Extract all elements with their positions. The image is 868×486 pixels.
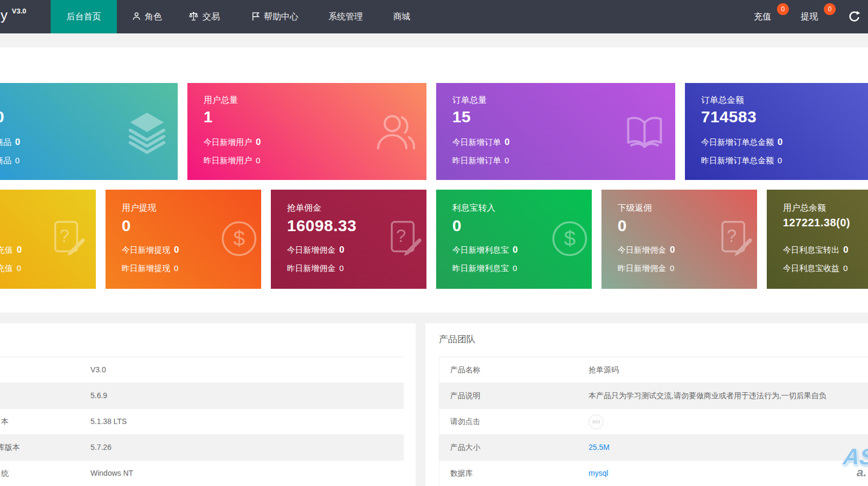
card-line1-label: 今日新增订单 bbox=[452, 137, 501, 147]
card-line1-value: 0 bbox=[513, 245, 517, 255]
nav-item-label: 角色 bbox=[145, 12, 162, 21]
404-badge[interactable]: 404 bbox=[589, 414, 604, 429]
card-value: 714583 bbox=[701, 108, 757, 126]
card-line1-label: 今日新增佣金 bbox=[287, 245, 335, 254]
svg-text:$: $ bbox=[564, 227, 576, 250]
card-line2-value: 0 bbox=[843, 263, 848, 273]
card-value: 127221.38(0) bbox=[783, 217, 850, 229]
card-title: 利息宝转入 bbox=[452, 203, 495, 214]
table-row: 产品说明 本产品只为学习测试交流,请勿要做商业或者用于违法行为,一切后果自负 bbox=[439, 383, 868, 409]
nav-item-system[interactable]: 系统管理 bbox=[328, 0, 363, 33]
card-title: 订单总金额 bbox=[701, 95, 744, 106]
card-line1-label: 商品 bbox=[0, 137, 11, 147]
scale-icon bbox=[188, 11, 199, 21]
layers-icon bbox=[125, 110, 169, 154]
row-value: 5.6.9 bbox=[90, 383, 107, 408]
svg-text:?: ? bbox=[727, 226, 737, 246]
card-line2-label: 商品 bbox=[0, 156, 11, 165]
table-row: 5.6.9 bbox=[0, 383, 404, 409]
database-link[interactable]: mysql bbox=[589, 461, 608, 486]
logo-version: V3.0 bbox=[12, 7, 26, 15]
card-line1-label: 今日新增提现 bbox=[122, 245, 170, 254]
nav-item-trade[interactable]: 交易 bbox=[188, 0, 220, 33]
table-row: V3.0 bbox=[0, 357, 404, 383]
row-label: 本 bbox=[1, 409, 9, 434]
table-row: 请勿点击 404 bbox=[439, 409, 868, 435]
card-value: 16098.33 bbox=[287, 217, 356, 235]
card-line2-label: 昨日新增提现 bbox=[122, 263, 170, 273]
card-title: 用户总量 bbox=[204, 95, 238, 106]
nav-item-roles[interactable]: 角色 bbox=[132, 0, 162, 33]
card-value: 0 bbox=[0, 108, 4, 126]
recharge-badge[interactable]: 0 bbox=[777, 3, 789, 15]
dollar-circle-icon: $ bbox=[218, 218, 260, 260]
system-info-panel: V3.0 5.6.9 本 5.1.38 LTS 库版本 5.7.26 统 Win… bbox=[0, 323, 416, 486]
card-title: 订单总量 bbox=[452, 95, 487, 106]
card-line2-label: 今日利息宝收益 bbox=[783, 263, 839, 273]
card-title: 用户提现 bbox=[122, 203, 156, 214]
row-label: 统 bbox=[1, 461, 9, 486]
watermark-subtext: a. bbox=[857, 466, 866, 480]
card-line1-value: 0 bbox=[670, 245, 675, 255]
nav-item-help-center[interactable]: 帮助中心 bbox=[251, 0, 298, 33]
card-line2-label: 充值 bbox=[0, 263, 13, 273]
stat-card-total-balance: 用户总余额 127221.38(0) 今日利息宝转出0 今日利息宝收益0 bbox=[767, 190, 868, 289]
book-icon bbox=[622, 110, 667, 154]
doc-question-icon: ? bbox=[47, 218, 89, 260]
card-line1-value: 0 bbox=[17, 245, 22, 255]
nav-item-label: 交易 bbox=[202, 12, 220, 21]
nav-item-dashboard[interactable]: 后台首页 bbox=[51, 0, 117, 33]
stat-card-orders: 订单总量 15 今日新增订单0 昨日新增订单0 bbox=[436, 83, 675, 180]
card-line1-label: 今日新增佣金 bbox=[618, 245, 666, 254]
withdraw-label: 提现 bbox=[801, 12, 818, 21]
row-value: 本产品只为学习测试交流,请勿要做商业或者用于违法行为,一切后果自负 bbox=[589, 383, 827, 408]
card-line2-label: 昨日新增用户 bbox=[204, 156, 252, 165]
withdraw-badge[interactable]: 0 bbox=[824, 3, 836, 15]
card-line1-label: 今日利息宝转出 bbox=[783, 245, 839, 254]
card-line1-label: 今日新增订单总金额 bbox=[701, 137, 774, 147]
withdraw-button[interactable]: 提现 bbox=[801, 0, 818, 33]
card-title: 抢单佣金 bbox=[287, 203, 321, 214]
card-line1-value: 0 bbox=[339, 245, 344, 255]
stat-card-grab-commission: 抢单佣金 16098.33 今日新增佣金0 昨日新增佣金0 ? bbox=[271, 190, 426, 289]
recharge-button[interactable]: 充值 bbox=[754, 0, 771, 33]
row-label: 库版本 bbox=[0, 435, 20, 460]
logo-text: y bbox=[1, 7, 8, 24]
product-size-link[interactable]: 25.5M bbox=[589, 435, 610, 460]
stat-card-interest-in: 利息宝转入 0 今日新增利息宝0 昨日新增利息宝0 $ bbox=[436, 190, 592, 289]
refresh-icon[interactable] bbox=[848, 10, 861, 23]
card-line1-label: 充值 bbox=[0, 245, 13, 254]
nav-item-label: 商城 bbox=[393, 12, 410, 21]
row-value: V3.0 bbox=[90, 357, 106, 383]
table-row: 库版本 5.7.26 bbox=[0, 435, 404, 461]
row-label: 产品大小 bbox=[450, 435, 480, 460]
card-title: 用户总余额 bbox=[783, 203, 826, 214]
card-line1-value: 0 bbox=[256, 137, 261, 147]
card-value: 0 bbox=[618, 217, 627, 235]
stat-card-users: 用户总量 1 今日新增用户0 昨日新增用户0 bbox=[187, 83, 426, 180]
card-value: 15 bbox=[452, 108, 471, 126]
table-row: 数据库 mysql bbox=[439, 461, 868, 486]
dollar-circle-icon: $ bbox=[549, 218, 591, 260]
card-line1-value: 0 bbox=[505, 137, 509, 147]
card-title: 下级返佣 bbox=[618, 203, 652, 214]
card-line1-value: 0 bbox=[778, 137, 782, 147]
recharge-label: 充值 bbox=[754, 12, 771, 21]
card-line2-value: 0 bbox=[670, 263, 674, 273]
panel-title: 产品团队 bbox=[439, 333, 475, 345]
row-label: 产品名称 bbox=[450, 357, 480, 383]
product-team-panel: 产品团队 产品名称 抢单源码 产品说明 本产品只为学习测试交流,请勿要做商业或者… bbox=[425, 323, 868, 486]
svg-text:?: ? bbox=[396, 226, 406, 246]
card-line1-value: 0 bbox=[15, 137, 20, 147]
stat-card-goods: 0 商品0 商品0 bbox=[0, 83, 178, 180]
card-line2-value: 0 bbox=[17, 263, 21, 273]
stat-card-withdraw: 用户提现 0 今日新增提现0 昨日新增提现0 $ bbox=[106, 190, 261, 289]
card-line2-value: 0 bbox=[513, 263, 517, 273]
doc-question-icon: ? bbox=[383, 218, 425, 260]
nav-item-mall[interactable]: 商城 bbox=[393, 0, 410, 33]
stat-card-recharge: 充值0 充值0 ? bbox=[0, 190, 96, 289]
card-line2-value: 0 bbox=[505, 156, 509, 165]
table-row: 产品大小 25.5M bbox=[439, 435, 868, 461]
card-line2-label: 昨日新增订单总金额 bbox=[701, 156, 774, 165]
table-row: 产品名称 抢单源码 bbox=[439, 357, 868, 383]
